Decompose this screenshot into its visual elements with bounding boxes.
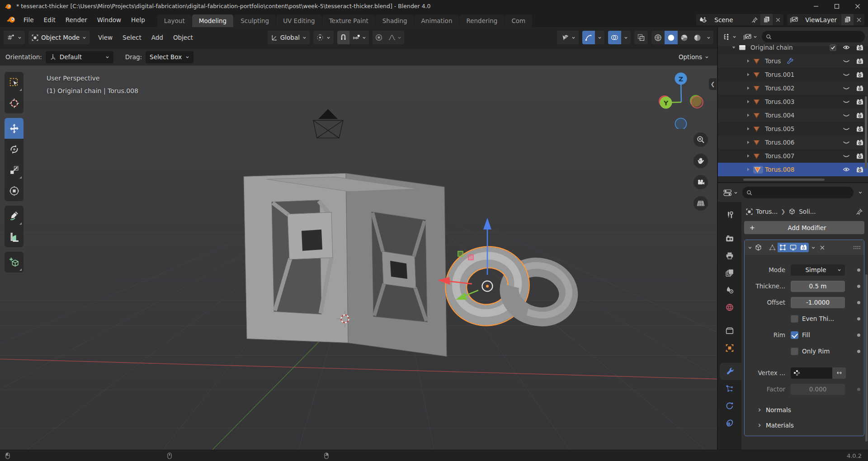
options-dropdown[interactable]: Options (679, 53, 712, 61)
properties-tab-modifiers[interactable] (720, 363, 741, 380)
camera-visibility-icon[interactable] (856, 85, 863, 91)
viewlayer-new-icon[interactable] (841, 14, 854, 25)
pivot-point-dropdown[interactable] (313, 31, 334, 44)
only-rim-checkbox[interactable] (791, 348, 798, 355)
workspace-tab-layout[interactable]: Layout (157, 14, 192, 27)
proportional-edit-toggle[interactable] (373, 31, 385, 44)
properties-tab-render[interactable] (718, 230, 741, 247)
camera-visibility-icon[interactable] (856, 167, 863, 173)
offset-field[interactable]: -1.0000 (791, 297, 845, 308)
properties-search-input[interactable] (742, 187, 854, 198)
properties-tab-collection[interactable] (718, 322, 741, 339)
properties-tab-constraints[interactable] (718, 414, 741, 432)
camera-visibility-icon[interactable] (856, 58, 863, 64)
outliner-collection-row[interactable]: Original chain (718, 41, 868, 54)
properties-tab-world[interactable] (718, 299, 741, 316)
tesseract-object[interactable] (244, 174, 447, 357)
tool-transform-button[interactable] (5, 180, 24, 201)
shading-solid-button[interactable] (665, 31, 678, 44)
outliner-row-torus.003[interactable]: Torus.003 (718, 95, 868, 108)
gizmo-plane-handle-red[interactable] (468, 255, 473, 260)
outliner-hscrollbar[interactable] (743, 179, 825, 181)
close-button[interactable] (847, 0, 868, 12)
outliner-row-torus.007[interactable]: Torus.007 (718, 149, 868, 163)
properties-editor-type-button[interactable] (721, 186, 740, 199)
shading-rendered-button[interactable] (691, 31, 704, 44)
viewport-zoom-button[interactable] (693, 132, 708, 147)
workspace-tab-sculpting[interactable]: Sculpting (234, 14, 276, 27)
object-name[interactable]: Torus.002 (765, 85, 794, 92)
eye-closed-icon[interactable] (843, 113, 850, 118)
tool-measure-button[interactable] (5, 226, 24, 247)
shading-material-button[interactable] (678, 31, 691, 44)
only-rim-animate-dot[interactable] (857, 350, 860, 353)
modifier-realtime-toggle[interactable] (788, 243, 798, 252)
object-name[interactable]: Torus.008 (765, 166, 794, 173)
add-modifier-button[interactable]: Add Modifier (744, 221, 864, 234)
show-overlays-toggle[interactable] (608, 31, 621, 44)
transform-orientation-dropdown[interactable]: Global (268, 31, 310, 44)
object-name[interactable]: Torus.007 (765, 152, 794, 160)
viewlayer-selector[interactable]: ViewLayer (787, 14, 864, 25)
modifier-oncage-toggle[interactable] (767, 243, 778, 252)
properties-tab-output[interactable] (718, 247, 741, 264)
menu-window[interactable]: Window (92, 16, 126, 24)
disclosure-down-icon[interactable] (731, 45, 739, 50)
properties-tab-object[interactable] (718, 339, 741, 357)
properties-tab-particles[interactable] (718, 380, 741, 397)
mode-dropdown[interactable]: Object Mode (28, 31, 90, 44)
shading-wireframe-button[interactable] (651, 31, 665, 44)
tool-annotate-button[interactable] (5, 206, 24, 226)
properties-tab-view-layer[interactable] (718, 264, 741, 282)
vertex-group-field[interactable] (791, 367, 832, 379)
eye-closed-icon[interactable] (843, 100, 850, 104)
menu-file[interactable]: File (19, 16, 39, 24)
viewport-menu-add[interactable]: Add (146, 34, 168, 41)
snap-to-dropdown[interactable] (349, 31, 369, 44)
object-name[interactable]: Torus.006 (765, 139, 794, 146)
object-name[interactable]: Torus (765, 57, 781, 65)
disclosure-right-icon[interactable] (746, 72, 753, 77)
collection-name[interactable]: Original chain (750, 44, 793, 51)
workspace-tab-com[interactable]: Com (505, 14, 532, 27)
pin-id-icon[interactable] (856, 208, 863, 215)
outliner-row-torus.002[interactable]: Torus.002 (718, 81, 868, 95)
disclosure-right-icon[interactable] (746, 140, 753, 145)
even-thickness-checkbox[interactable] (791, 315, 798, 323)
3d-viewport[interactable]: User Perspective (1) Original chain | To… (0, 66, 717, 450)
menu-help[interactable]: Help (126, 16, 150, 24)
modifier-editmode-toggle[interactable] (778, 243, 788, 252)
orientation-default-dropdown[interactable]: Default (46, 51, 113, 63)
viewlayer-browse-icon[interactable] (787, 14, 801, 25)
modifier-drag-handle[interactable] (853, 245, 861, 250)
eye-closed-icon[interactable] (843, 127, 850, 131)
tool-select-box-button[interactable] (5, 72, 24, 93)
disclosure-right-icon[interactable] (746, 86, 753, 90)
scene-browse-icon[interactable] (696, 14, 710, 25)
outliner-row-torus.006[interactable]: Torus.006 (718, 136, 868, 149)
eye-closed-icon[interactable] (843, 59, 850, 63)
workspace-tab-texture-paint[interactable]: Texture Paint (322, 14, 375, 27)
thickness-field[interactable]: 0.5 m (791, 281, 845, 292)
viewport-camera-button[interactable] (693, 175, 708, 189)
tool-rotate-button[interactable] (5, 139, 24, 160)
overlays-dropdown[interactable] (621, 31, 631, 44)
blender-menu-icon[interactable] (4, 12, 19, 27)
outliner-row-torus.001[interactable]: Torus.001 (718, 68, 868, 81)
modifier-extras-dropdown[interactable] (811, 245, 816, 250)
thickness-animate-dot[interactable] (857, 285, 860, 288)
even-thickness-animate-dot[interactable] (857, 317, 860, 320)
object-name[interactable]: Torus.005 (765, 125, 794, 132)
factor-field[interactable]: 0.000 (791, 384, 845, 395)
outliner-row-torus.004[interactable]: Torus.004 (718, 108, 868, 122)
eye-closed-icon[interactable] (843, 141, 850, 145)
disclosure-right-icon[interactable] (746, 154, 753, 158)
expand-chevron-icon[interactable] (748, 245, 752, 250)
menu-render[interactable]: Render (61, 16, 92, 24)
scene-name[interactable]: Scene (710, 16, 749, 24)
workspace-tab-animation[interactable]: Animation (415, 14, 459, 27)
disclosure-right-icon[interactable] (746, 99, 753, 104)
sidebar-collapse-arrow[interactable]: ❮ (709, 78, 717, 90)
properties-scrollbar[interactable] (865, 274, 868, 442)
materials-section[interactable]: Materials (745, 418, 864, 433)
